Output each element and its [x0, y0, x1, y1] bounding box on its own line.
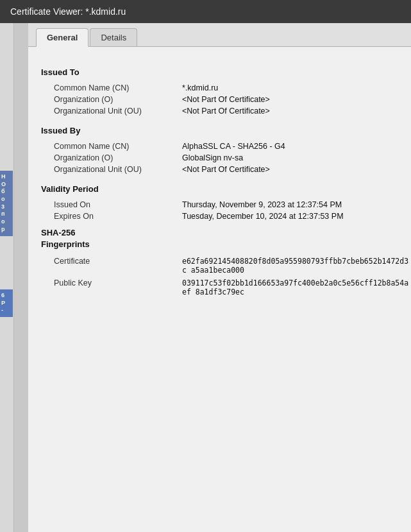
validity-section: Validity Period Issued On Thursday, Nove… — [41, 184, 411, 221]
fingerprints-section: SHA-256 Fingerprints Certificate e62fa69… — [41, 227, 411, 296]
left-sidebar: Н О б о 3 п о р 6 P - — [0, 23, 14, 532]
expires-on-label: Expires On — [54, 212, 182, 221]
pubkey-fingerprint-row: Public Key 039117c53f02bb1d166653a97fc40… — [41, 279, 411, 296]
issued-to-title: Issued To — [41, 67, 411, 77]
sidebar-char: 3 — [1, 203, 12, 211]
sidebar-char: - — [1, 307, 12, 314]
tab-details[interactable]: Details — [90, 28, 137, 46]
sidebar-char: О — [1, 181, 12, 189]
issued-to-ou-row: Organizational Unit (OU) <Not Part Of Ce… — [41, 107, 411, 116]
expires-on-row: Expires On Tuesday, December 10, 2024 at… — [41, 212, 411, 221]
issued-to-cn-value: *.kdmid.ru — [182, 83, 218, 92]
issued-by-section: Issued By Common Name (CN) AlphaSSL CA -… — [41, 126, 411, 174]
tab-general[interactable]: General — [36, 28, 88, 47]
title-bar: Certificate Viewer: *.kdmid.ru — [0, 0, 411, 23]
sidebar-char: б — [1, 188, 12, 196]
sidebar-char: P — [1, 300, 12, 307]
fingerprints-sha-title: SHA-256 — [41, 227, 411, 239]
issued-to-cn-row: Common Name (CN) *.kdmid.ru — [41, 83, 411, 92]
issued-to-org-value: <Not Part Of Certificate> — [182, 95, 270, 104]
issued-to-org-label: Organization (O) — [54, 95, 182, 104]
issued-to-org-row: Organization (O) <Not Part Of Certificat… — [41, 95, 411, 104]
issued-on-value: Thursday, November 9, 2023 at 12:37:54 P… — [182, 200, 342, 209]
content-area: Issued To Common Name (CN) *.kdmid.ru Or… — [28, 47, 411, 532]
cert-fingerprint-row: Certificate e62fa692145408820f8d05a95598… — [41, 257, 411, 275]
issued-by-org-value: GlobalSign nv-sa — [182, 153, 243, 162]
sidebar-char: о — [1, 196, 12, 203]
issued-by-cn-row: Common Name (CN) AlphaSSL CA - SHA256 - … — [41, 142, 411, 151]
issued-to-cn-label: Common Name (CN) — [54, 83, 182, 92]
issued-by-cn-label: Common Name (CN) — [54, 142, 182, 151]
sidebar-char: 6 — [1, 292, 12, 300]
sidebar-char: о — [1, 218, 12, 226]
issued-by-ou-label: Organizational Unit (OU) — [54, 165, 182, 174]
pubkey-fingerprint-label: Public Key — [54, 279, 182, 287]
issued-to-ou-label: Organizational Unit (OU) — [54, 107, 182, 116]
tabs-bar: General Details — [28, 23, 411, 47]
dialog: General Details Issued To Common Name (C… — [28, 23, 411, 532]
issued-by-org-row: Organization (O) GlobalSign nv-sa — [41, 153, 411, 162]
pubkey-fingerprint-value: 039117c53f02bb1d166653a97fc400eb2a0c5e56… — [182, 279, 411, 296]
cert-fingerprint-label: Certificate — [54, 257, 182, 266]
issued-by-cn-value: AlphaSSL CA - SHA256 - G4 — [182, 142, 285, 151]
issued-to-section: Issued To Common Name (CN) *.kdmid.ru Or… — [41, 67, 411, 116]
expires-on-value: Tuesday, December 10, 2024 at 12:37:53 P… — [182, 212, 344, 221]
sidebar-char: р — [1, 226, 12, 234]
issued-by-ou-row: Organizational Unit (OU) <Not Part Of Ce… — [41, 165, 411, 174]
issued-on-row: Issued On Thursday, November 9, 2023 at … — [41, 200, 411, 209]
issued-to-ou-value: <Not Part Of Certificate> — [182, 107, 270, 116]
cert-fingerprint-value: e62fa692145408820f8d05a955980793ffbb7cbe… — [182, 257, 411, 275]
sidebar-char: Н — [1, 173, 12, 181]
title-text: Certificate Viewer: *.kdmid.ru — [10, 6, 126, 17]
issued-by-title: Issued By — [41, 126, 411, 135]
validity-title: Validity Period — [41, 184, 411, 194]
sidebar-char: п — [1, 210, 12, 218]
issued-on-label: Issued On — [54, 200, 182, 209]
issued-by-org-label: Organization (O) — [54, 153, 182, 162]
issued-by-ou-value: <Not Part Of Certificate> — [182, 165, 270, 174]
fingerprints-subtitle: Fingerprints — [41, 239, 411, 250]
